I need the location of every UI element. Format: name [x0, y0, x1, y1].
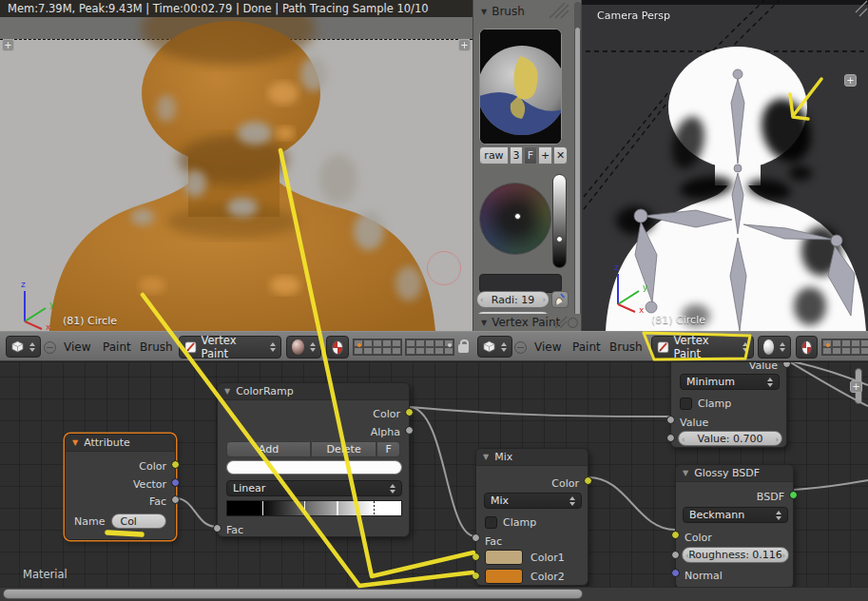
node-attribute[interactable]: ▼ Attribute Color Vector Fac Name Col — [65, 434, 176, 540]
menu-paint[interactable]: Paint — [103, 340, 131, 354]
ramp-stop[interactable] — [262, 501, 264, 515]
clamp-checkbox[interactable] — [680, 397, 692, 410]
socket-color2-in[interactable] — [472, 572, 480, 580]
value-slider-cursor[interactable] — [556, 236, 563, 242]
node-glossy-bsdf[interactable]: ▼ Glossy BSDF BSDF Beckmann Color ‹ Roug… — [675, 464, 794, 589]
color1-swatch[interactable] — [485, 550, 523, 565]
ramp-stop[interactable] — [304, 501, 306, 515]
node-editor[interactable]: ▼ Attribute Color Vector Fac Name Col ▼ … — [0, 361, 868, 601]
node-mix-header[interactable]: ▼ Mix — [476, 449, 588, 466]
left-3d-viewport[interactable]: + + z y x (81) Circle — [0, 17, 473, 331]
menu-brush[interactable]: Brush — [609, 340, 643, 354]
blend-mode-dropdown[interactable]: Mix — [484, 493, 582, 509]
brush-cursor — [427, 251, 461, 285]
socket-color-out[interactable] — [405, 408, 414, 417]
vertex-paint-icon — [184, 340, 197, 354]
input-normal-label: Normal — [676, 567, 793, 584]
layers-grid-1[interactable] — [821, 339, 868, 356]
socket-normal-in[interactable] — [671, 569, 680, 577]
expand-toolshelf-button[interactable]: + — [2, 39, 14, 51]
texture-toggle-button[interactable] — [326, 336, 349, 359]
layers-grid-2[interactable] — [405, 339, 454, 356]
brush-users-count[interactable]: 3 — [510, 146, 523, 165]
texture-toggle-button[interactable] — [796, 336, 818, 359]
socket-roughness-in[interactable] — [671, 551, 680, 559]
menu-view[interactable]: View — [534, 340, 561, 354]
fake-user-button[interactable]: F — [524, 146, 537, 165]
collapse-menus-button[interactable] — [514, 341, 527, 354]
panel-resize-grip[interactable] — [548, 3, 570, 20]
node-math-minimum[interactable]: ▼ Value Minimum Clamp Value ‹ Value: 0.7… — [670, 361, 787, 448]
socket-value-in[interactable] — [666, 416, 675, 424]
expand-panel-button[interactable]: + — [850, 380, 862, 393]
checker-sphere-icon — [801, 340, 812, 355]
value-slider[interactable] — [552, 174, 567, 268]
collapse-menus-button[interactable] — [44, 341, 56, 354]
view-name-label: Camera Persp — [597, 10, 670, 22]
socket-value2-in[interactable] — [666, 434, 675, 442]
ramp-stop[interactable] — [337, 501, 338, 515]
node-attribute-header[interactable]: ▼ Attribute — [66, 435, 175, 452]
brush-preview[interactable] — [479, 29, 562, 145]
expand-properties-button[interactable]: + — [458, 39, 471, 51]
socket-bsdf-out[interactable] — [789, 491, 798, 499]
node-mix[interactable]: ▼ Mix Color Mix Clamp Fac Color1 Color2 — [475, 448, 588, 586]
mode-dropdown-label: Vertex Paint — [201, 334, 264, 360]
clamp-checkbox[interactable] — [485, 516, 497, 529]
vertex-paint-panel-header[interactable]: ▼ Vertex Paint — [473, 314, 582, 331]
socket-color-in[interactable] — [671, 531, 680, 539]
operation-dropdown[interactable]: Minimum — [680, 374, 780, 390]
socket-alpha-out[interactable] — [405, 426, 414, 435]
node-colorramp-header[interactable]: ▼ ColorRamp — [218, 383, 409, 400]
panel-scrollbar[interactable] — [574, 27, 581, 323]
attribute-name-field[interactable]: Col — [111, 514, 166, 529]
socket-fac-in[interactable] — [472, 533, 480, 542]
socket-fac-out[interactable] — [171, 495, 180, 504]
socket-color-out[interactable] — [584, 476, 592, 485]
editor-type-button[interactable] — [477, 336, 512, 358]
lock-icon[interactable] — [458, 344, 469, 353]
brush-panel-header[interactable]: ▼ Brush — [481, 5, 525, 18]
value-slider[interactable]: ‹ Value: 0.700 › — [678, 431, 782, 446]
color-wheel-cursor[interactable] — [514, 213, 521, 220]
mode-dropdown[interactable]: Vertex Paint — [179, 336, 281, 359]
ramp-delete-button[interactable]: Delete — [311, 441, 376, 457]
node-colorramp[interactable]: ▼ ColorRamp Color Alpha Add Delete F Lin… — [217, 382, 410, 537]
socket-color1-in[interactable] — [472, 553, 480, 561]
active-color-swatch[interactable] — [479, 274, 562, 293]
pressure-sensitivity-button[interactable] — [551, 291, 569, 308]
add-brush-button[interactable]: + — [538, 146, 552, 165]
viewport-shading-dropdown[interactable] — [286, 336, 321, 359]
mode-dropdown[interactable]: Vertex Paint — [651, 336, 754, 359]
distribution-dropdown[interactable]: Beckmann — [683, 507, 788, 523]
panel-options-icon[interactable] — [568, 318, 578, 328]
expand-properties-button[interactable]: + — [844, 74, 857, 87]
socket-vector-out[interactable] — [171, 478, 180, 487]
socket-color-out[interactable] — [171, 460, 180, 469]
viewport-shading-dropdown[interactable] — [758, 336, 791, 359]
layers-grid-1[interactable] — [353, 339, 402, 356]
color-ramp-gradient[interactable] — [226, 500, 402, 516]
menu-brush[interactable]: Brush — [140, 340, 173, 354]
brush-panel-title: Brush — [492, 5, 525, 18]
ramp-fake-user-button[interactable]: F — [376, 441, 400, 457]
unlink-brush-button[interactable]: ✕ — [553, 146, 568, 165]
brush-datablock-name[interactable]: raw — [479, 146, 509, 165]
menu-paint[interactable]: Paint — [572, 340, 601, 354]
socket-fac-in[interactable] — [213, 524, 222, 533]
menu-view[interactable]: View — [64, 340, 90, 354]
radius-slider[interactable]: ‹ Radi: 19 › — [476, 291, 550, 308]
node-glossy-header[interactable]: ▼ Glossy BSDF — [676, 465, 793, 482]
output-color-label: Color — [476, 475, 588, 492]
panel-resize-grip — [551, 315, 569, 330]
editor-type-button[interactable] — [6, 336, 41, 358]
ramp-stop-selected[interactable] — [374, 501, 376, 515]
right-3d-viewport[interactable]: Camera Persp + z y x (81) Circle — [582, 0, 868, 331]
ramp-add-button[interactable]: Add — [226, 441, 311, 457]
roughness-slider[interactable]: ‹ Roughness: 0.116 › — [682, 547, 789, 563]
color-wheel[interactable] — [479, 183, 551, 255]
editor-hscrollbar[interactable] — [3, 589, 583, 599]
color2-swatch[interactable] — [485, 569, 523, 584]
ramp-stop-color-field[interactable] — [226, 460, 402, 475]
interpolation-dropdown[interactable]: Linear — [226, 480, 402, 496]
